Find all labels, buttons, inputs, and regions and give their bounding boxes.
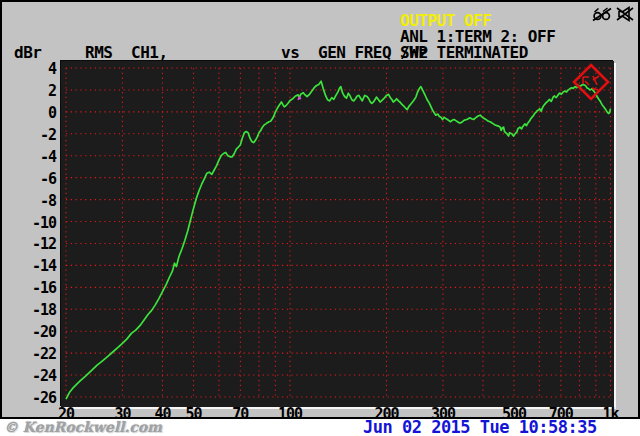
y-tick-label: -8 — [2, 194, 56, 209]
analyzer-status: ANL 1:TERM 2: OFF — [400, 29, 555, 44]
output-status: OUTPUT OFF — [400, 13, 491, 28]
rs-logo-diamond-icon — [568, 62, 614, 102]
response-plot — [61, 61, 614, 407]
instrument-panel: OUTPUT OFF ANL 1:TERM 2: OFF SWP TERMINA… — [0, 0, 640, 419]
muted-headphones-icon — [592, 6, 612, 22]
channel-label: CH1, — [131, 45, 168, 60]
y-tick-label: -24 — [2, 369, 56, 384]
trace-ch1 — [66, 81, 611, 399]
footer-band: © KenRockwell.com Jun 02 2015 Tue 10:58:… — [0, 419, 640, 436]
response-plot-svg — [61, 61, 614, 407]
detector-label: RMS — [85, 45, 112, 60]
status-icon-group — [592, 6, 635, 22]
y-tick-label: -26 — [2, 391, 56, 406]
watermark: © KenRockwell.com — [4, 419, 162, 435]
y-tick-label: 4 — [2, 62, 56, 77]
y-tick-label: 0 — [2, 106, 56, 121]
xaxis-title: GEN FREQ /Hz — [318, 45, 428, 60]
y-tick-label: -22 — [2, 347, 56, 362]
datetime: Jun 02 2015 Tue 10:58:35 — [363, 419, 597, 436]
y-tick-label: -6 — [2, 172, 56, 187]
y-tick-label: -2 — [2, 128, 56, 143]
y-tick-label: 2 — [2, 84, 56, 99]
y-tick-label: -14 — [2, 259, 56, 274]
unit-label: dBr — [14, 45, 41, 60]
y-tick-label: -16 — [2, 281, 56, 296]
muted-speaker-icon — [615, 6, 635, 22]
y-tick-label: -4 — [2, 150, 56, 165]
y-tick-label: -18 — [2, 303, 56, 318]
y-tick-label: -10 — [2, 216, 56, 231]
trace-ch2 — [298, 97, 301, 100]
y-tick-label: -20 — [2, 325, 56, 340]
y-tick-label: -12 — [2, 237, 56, 252]
analyzer-screen: { "header": { "output_status": "OUTPUT O… — [0, 0, 640, 436]
vs-label: vs — [281, 45, 299, 60]
